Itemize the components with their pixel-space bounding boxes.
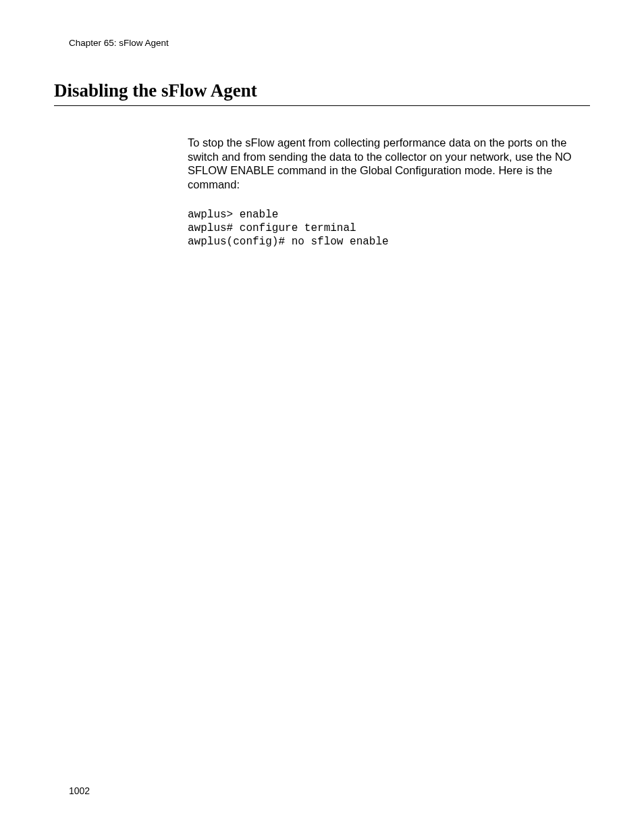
chapter-header: Chapter 65: sFlow Agent: [69, 38, 590, 48]
body-paragraph: To stop the sFlow agent from collecting …: [188, 136, 590, 192]
section-title: Disabling the sFlow Agent: [54, 80, 590, 106]
page-number: 1002: [69, 785, 90, 796]
command-code-block: awplus> enable awplus# configure termina…: [188, 208, 590, 249]
page-container: Chapter 65: sFlow Agent Disabling the sF…: [0, 0, 644, 834]
